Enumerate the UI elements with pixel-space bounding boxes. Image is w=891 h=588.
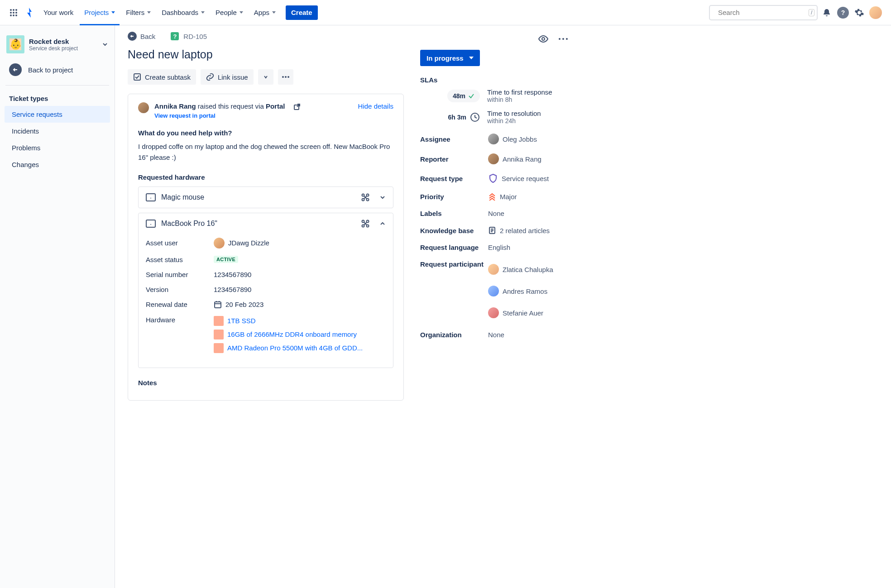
project-switcher[interactable]: 👶 Rocket desk Service desk project [5, 33, 110, 60]
sla-time: 6h 3m [448, 114, 466, 121]
sla-time: 48m [453, 92, 465, 100]
chevron-down-icon [102, 41, 108, 48]
participant-item[interactable]: Stefanie Auer [488, 307, 543, 318]
hardware-item-toggle[interactable]: Magic mouse [139, 187, 393, 208]
sidebar-item-incidents[interactable]: Incidents [5, 123, 110, 139]
hide-details-link[interactable]: Hide details [358, 102, 393, 110]
more-icon[interactable] [556, 32, 570, 46]
watch-icon[interactable] [536, 32, 551, 46]
open-external-icon[interactable] [293, 103, 301, 110]
svg-point-5 [15, 12, 17, 14]
breadcrumb-back[interactable]: Back [128, 32, 155, 41]
hardware-item-toggle[interactable]: MacBook Pro 16" [139, 213, 393, 234]
sidebar-item-problems[interactable]: Problems [5, 139, 110, 156]
reporter-value[interactable]: Annika Rang [488, 153, 541, 164]
project-name: Rocket desk [29, 38, 97, 45]
kb-value[interactable]: 2 related articles [488, 226, 550, 234]
asset-link-icon[interactable] [361, 193, 369, 201]
sla-row: 48m Time to first response within 8h [420, 88, 570, 103]
nav-filters[interactable]: Filters [121, 0, 155, 25]
asset-user-value: JDawg Dizzle [228, 239, 269, 247]
lang-label: Request language [420, 244, 488, 251]
svg-point-6 [10, 14, 12, 16]
more-actions-button[interactable] [278, 69, 293, 85]
nav-dashboards[interactable]: Dashboards [157, 0, 209, 25]
settings-icon[interactable] [852, 5, 867, 20]
status-badge: ACTIVE [214, 256, 238, 263]
chevron-down-icon [111, 11, 115, 14]
sidebar-item-changes[interactable]: Changes [5, 156, 110, 173]
issue-key[interactable]: RD-105 [183, 33, 207, 40]
calendar-icon [214, 301, 222, 309]
sidebar-back-to-project[interactable]: Back to project [5, 60, 110, 80]
hardware-link[interactable]: 1TB SSD [227, 317, 256, 325]
svg-point-35 [542, 38, 545, 40]
chevron-up-icon[interactable] [379, 220, 386, 227]
assignee-label: Assignee [420, 135, 488, 143]
hardware-item-macbook: MacBook Pro 16" Asset userJDawg Dizzle A… [138, 213, 393, 368]
nav-apps[interactable]: Apps [249, 0, 280, 25]
assignee-value[interactable]: Oleg Jobbs [488, 134, 537, 144]
search-field[interactable] [717, 8, 805, 17]
profile-avatar[interactable] [868, 5, 883, 20]
svg-point-38 [566, 38, 568, 40]
slas-heading: SLAs [420, 76, 570, 84]
asset-status-label: Asset status [146, 256, 214, 263]
asset-link-icon[interactable] [361, 220, 369, 228]
svg-point-16 [287, 76, 289, 78]
status-dropdown[interactable]: In progress [420, 50, 480, 66]
user-avatar-icon [488, 264, 499, 275]
hardware-link[interactable]: 16GB of 2666MHz DDR4 onboard memory [227, 330, 357, 338]
labels-value[interactable]: None [488, 210, 504, 217]
divider [5, 85, 109, 86]
svg-point-3 [10, 12, 12, 14]
shield-icon [488, 173, 498, 183]
lang-value[interactable]: English [488, 244, 510, 251]
notifications-icon[interactable] [819, 5, 834, 20]
color-swatch-icon [214, 343, 224, 353]
participant-item[interactable]: Andres Ramos [488, 286, 547, 296]
link-issue-button[interactable]: Link issue [201, 69, 254, 85]
app-switcher-icon[interactable] [6, 5, 21, 20]
svg-point-22 [367, 198, 369, 201]
renewal-label: Renewal date [146, 301, 214, 308]
serial-label: Serial number [146, 271, 214, 278]
create-subtask-button[interactable]: Create subtask [128, 69, 196, 85]
participant-label: Request participant [420, 260, 488, 268]
org-value[interactable]: None [488, 331, 504, 339]
search-shortcut: / [809, 9, 814, 16]
sidebar-heading-ticket-types: Ticket types [5, 91, 110, 106]
svg-point-0 [10, 9, 12, 11]
sla-within: within 24h [487, 117, 541, 124]
help-icon[interactable]: ? [836, 5, 850, 20]
svg-point-37 [562, 38, 564, 40]
participant-item[interactable]: Zlatica Chalupka [488, 264, 553, 275]
check-icon [468, 93, 474, 99]
user-avatar-icon [488, 286, 499, 296]
nav-people[interactable]: People [211, 0, 248, 25]
svg-point-26 [367, 220, 369, 222]
hardware-link[interactable]: AMD Radeon Pro 5500M with 4GB of GDD... [227, 344, 363, 352]
create-button[interactable]: Create [286, 5, 318, 20]
nav-projects[interactable]: Projects [80, 0, 120, 25]
request-card: Annika Rang raised this request via Port… [128, 94, 404, 401]
color-swatch-icon [214, 330, 224, 339]
renewal-value: 20 Feb 2023 [225, 301, 263, 308]
product-logo-icon[interactable] [23, 5, 37, 20]
request-type-label: Request type [420, 175, 488, 182]
issue-title[interactable]: Need new laptop [128, 48, 404, 61]
search-input[interactable]: / [709, 5, 818, 20]
hardware-item-magic-mouse: Magic mouse [138, 186, 393, 208]
article-icon [488, 226, 496, 234]
sla-within: within 8h [487, 96, 552, 103]
color-swatch-icon [214, 316, 224, 326]
request-type-value[interactable]: Service request [488, 173, 549, 183]
nav-your-work[interactable]: Your work [39, 0, 78, 25]
view-in-portal-link[interactable]: View request in portal [154, 112, 216, 119]
sidebar-item-service-requests[interactable]: Service requests [5, 106, 110, 123]
user-avatar-icon [214, 238, 225, 249]
link-issue-dropdown[interactable] [258, 69, 273, 85]
chevron-down-icon[interactable] [379, 194, 386, 201]
priority-value[interactable]: Major [488, 192, 517, 201]
svg-point-27 [362, 225, 364, 227]
